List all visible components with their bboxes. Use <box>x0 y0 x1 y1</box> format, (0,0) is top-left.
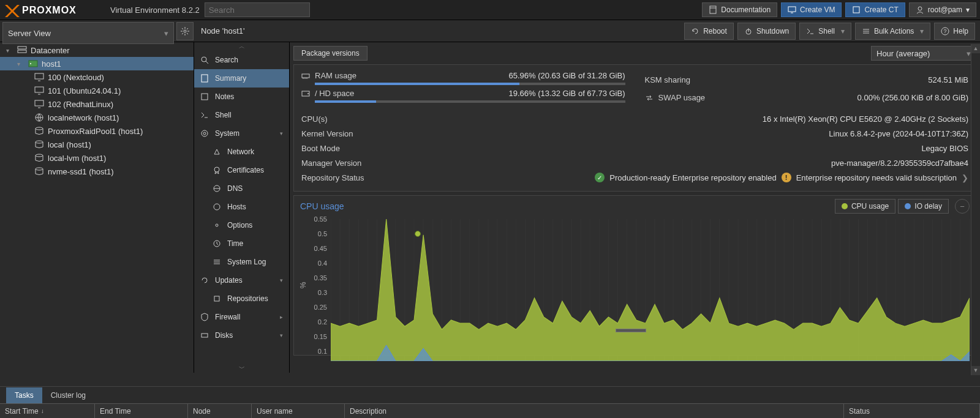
nav-dns[interactable]: DNS <box>194 179 289 198</box>
chevron-down-icon[interactable]: ﹀ <box>194 364 289 373</box>
drag-handle-icon <box>616 329 646 332</box>
help-button[interactable]: ? Help <box>934 23 975 40</box>
shell-button[interactable]: Shell ▾ <box>799 23 851 40</box>
scroll-down-icon: ▼ <box>971 366 980 375</box>
y-axis-title: % <box>299 282 307 289</box>
book-icon <box>200 74 209 83</box>
nav-network[interactable]: Network <box>194 143 289 161</box>
tab-tasks[interactable]: Tasks <box>6 387 42 403</box>
desktop-icon <box>34 72 44 82</box>
col-status[interactable]: Status <box>844 404 980 418</box>
bulk-label: Bulk Actions <box>874 27 914 35</box>
tree-network[interactable]: localnetwork (host1) <box>0 111 194 124</box>
gear-icon <box>213 221 221 230</box>
chevron-down-icon: ▾ <box>280 130 283 136</box>
server-view-label: Server View <box>8 29 51 38</box>
sort-down-icon: ↓ <box>41 408 44 414</box>
server-view-select[interactable]: Server View ▾ <box>2 22 174 44</box>
tree-label: 100 (Nextcloud) <box>48 73 104 82</box>
nav-updates[interactable]: Updates▾ <box>194 271 289 289</box>
nav-label: Hosts <box>227 203 246 211</box>
tree-host[interactable]: ▾ host1 <box>0 57 194 70</box>
tree-storage-nvme[interactable]: nvme-ssd1 (host1) <box>0 165 194 178</box>
nav-options[interactable]: Options <box>194 216 289 234</box>
col-start-time[interactable]: Start Time↓ <box>0 404 95 418</box>
tree-label: local-lvm (host1) <box>48 154 106 163</box>
create-ct-button[interactable]: Create CT <box>845 2 905 17</box>
col-label: Node <box>193 407 211 416</box>
resource-tree: ▾ Datacenter ▾ host1 100 (Nextcloud) 101… <box>0 42 194 373</box>
svg-rect-3 <box>788 7 796 12</box>
globe-icon <box>213 203 221 211</box>
nav-shell[interactable]: Shell <box>194 106 289 124</box>
tree-vm-102[interactable]: 102 (RedhatLinux) <box>0 97 194 111</box>
global-search-input[interactable] <box>205 2 310 17</box>
col-node[interactable]: Node <box>188 404 252 418</box>
tree-storage-raid[interactable]: ProxmoxRaidPool1 (host1) <box>0 124 194 138</box>
nav-syslog[interactable]: System Log <box>194 253 289 271</box>
tree-vm-101[interactable]: 101 (Ubuntu24.04.1) <box>0 84 194 97</box>
sub-bar: Server View ▾ Node 'host1' Reboot Shutdo… <box>0 20 980 42</box>
reboot-button[interactable]: Reboot <box>684 23 734 40</box>
download-icon <box>213 294 221 303</box>
col-description[interactable]: Description <box>345 404 844 418</box>
settings-button[interactable] <box>176 22 194 40</box>
memory-icon <box>301 72 310 80</box>
bulk-actions-button[interactable]: Bulk Actions ▾ <box>855 23 930 40</box>
y-tick-label: 0.5 <box>303 230 327 237</box>
certificate-icon <box>213 166 221 174</box>
help-label: Help <box>953 27 968 35</box>
nav-notes[interactable]: Notes <box>194 88 289 106</box>
package-versions-button[interactable]: Package versions <box>293 46 368 61</box>
user-menu-button[interactable]: root@pam ▾ <box>909 2 976 17</box>
power-icon <box>744 27 753 35</box>
time-range-select[interactable]: Hour (average) ▾ <box>871 46 976 61</box>
network-icon <box>213 147 221 156</box>
nav-hosts[interactable]: Hosts <box>194 198 289 216</box>
y-tick-label: 0.55 <box>303 215 327 223</box>
nav-disks[interactable]: Disks▾ <box>194 326 289 345</box>
nav-certificates[interactable]: Certificates <box>194 161 289 179</box>
nav-label: Firewall <box>215 313 240 321</box>
tab-cluster-log[interactable]: Cluster log <box>42 387 94 403</box>
col-end-time[interactable]: End Time <box>95 404 188 418</box>
tree-label: host1 <box>42 59 61 69</box>
nav-repositories[interactable]: Repositories <box>194 289 289 308</box>
nav-summary[interactable]: Summary <box>194 69 289 88</box>
chart-svg <box>331 219 970 361</box>
col-user[interactable]: User name <box>252 404 345 418</box>
tree-storage-lvm[interactable]: local-lvm (host1) <box>0 151 194 165</box>
chevron-up-icon[interactable]: ︿ <box>194 42 289 51</box>
storage-icon <box>34 153 44 163</box>
nav-system[interactable]: System▾ <box>194 124 289 143</box>
legend-cpu[interactable]: CPU usage <box>835 199 895 214</box>
pkg-label: Package versions <box>301 49 360 58</box>
legend-io[interactable]: IO delay <box>898 199 949 214</box>
shield-icon <box>200 313 209 321</box>
splitter[interactable] <box>293 329 968 334</box>
shutdown-button[interactable]: Shutdown <box>737 23 796 40</box>
tree-label: local (host1) <box>48 140 91 149</box>
collapse-chart-button[interactable]: − <box>955 199 970 214</box>
svg-rect-32 <box>35 100 43 106</box>
tree-datacenter[interactable]: ▾ Datacenter <box>0 43 194 57</box>
nav-time[interactable]: Time <box>194 234 289 253</box>
top-bar: PROXMOX Virtual Environment 8.2.2 Docume… <box>0 0 980 20</box>
main-area: ▾ Datacenter ▾ host1 100 (Nextcloud) 101… <box>0 42 980 373</box>
ksm-value: 524.51 MiB <box>928 75 968 84</box>
swap-label: SWAP usage <box>658 93 706 102</box>
chevron-down-icon: ▾ <box>841 27 845 35</box>
documentation-button[interactable]: Documentation <box>702 2 777 17</box>
tree-vm-100[interactable]: 100 (Nextcloud) <box>0 70 194 84</box>
hd-bar <box>315 100 625 103</box>
nav-firewall[interactable]: Firewall▸ <box>194 308 289 326</box>
create-vm-button[interactable]: Create VM <box>781 2 842 17</box>
chevron-right-icon[interactable]: ❯ <box>962 173 968 182</box>
hdd-icon <box>301 89 310 98</box>
col-label: Status <box>849 407 870 416</box>
svg-text:?: ? <box>944 28 947 34</box>
hd-value: 19.66% (13.32 GiB of 67.73 GiB) <box>508 89 625 98</box>
nav-search[interactable]: Search <box>194 51 289 69</box>
vertical-scrollbar[interactable]: ▲ ▼ <box>971 44 980 375</box>
tree-storage-local[interactable]: local (host1) <box>0 138 194 151</box>
